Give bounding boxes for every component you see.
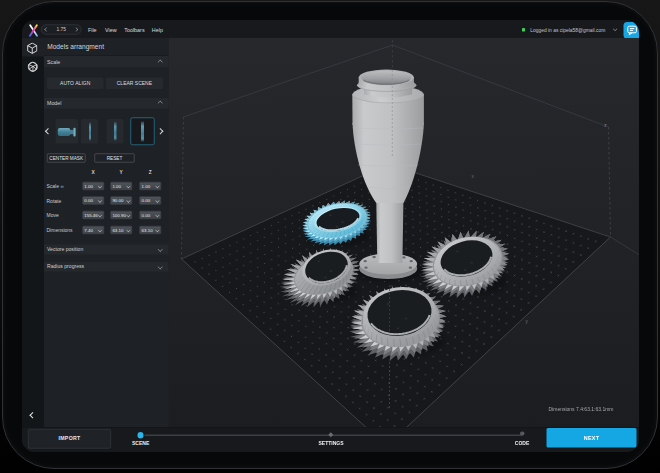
svg-text:x: x (471, 174, 474, 179)
svg-text:z: z (604, 123, 607, 128)
svg-text:y: y (525, 319, 528, 324)
svg-text:Dimensions 7.4:63.1:63.1mm: Dimensions 7.4:63.1:63.1mm (548, 406, 613, 412)
